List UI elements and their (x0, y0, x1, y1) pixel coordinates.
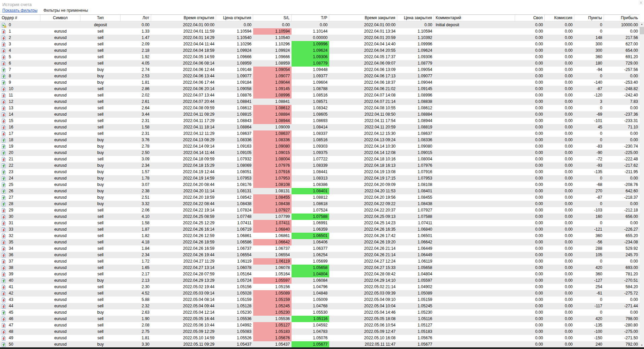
sell-order-icon (1, 131, 6, 137)
cell-points: 254 (574, 284, 604, 290)
table-row[interactable]: 35eurusdsell4.182022.04.26 18:591.065861… (0, 239, 640, 245)
table-row[interactable]: 0deposit0.002022.04.01 00:000.000.000.00… (0, 22, 640, 28)
show-filters-link[interactable]: Показать фильтры (2, 8, 37, 13)
cell-close_time: 2022.05.05 18:08 (329, 316, 397, 322)
cell-sl: 1.06078 (253, 265, 292, 271)
table-row[interactable]: 42eurusdsell4.522022.05.03 09:141.050281… (0, 290, 640, 297)
table-row[interactable]: 20eurusdbuy2.502022.04.14 11:441.091051.… (0, 150, 640, 156)
table-row[interactable]: 18eurusdbuy3.762022.04.13 08:291.083361.… (0, 137, 640, 143)
table-row[interactable]: 32eurusdsell1.822022.04.26 12:591.068611… (0, 233, 640, 239)
table-row[interactable]: 21eurusdsell3.092022.04.18 09:591.079321… (0, 156, 640, 162)
table-row[interactable]: 6eurusdsell4.052022.04.06 08:141.089591.… (0, 60, 640, 67)
table-row[interactable]: 12eurusdsell2.612022.04.07 20:441.088411… (0, 99, 640, 105)
column-header-close_price[interactable]: Цена закрытия (397, 15, 434, 21)
column-header-lot[interactable]: Лот (121, 15, 151, 21)
cell-points: -87 (574, 194, 604, 201)
cell-order: 13 (0, 105, 40, 111)
table-row[interactable]: 38eurusdsell1.652022.04.27 13:141.060781… (0, 265, 640, 271)
close-icon[interactable]: x (639, 0, 643, 5)
cell-sl: 1.05127 (253, 322, 292, 328)
scroll-up-icon[interactable]: ▲ (640, 22, 644, 27)
table-row[interactable]: 28eurusdbuy3.322022.04.22 08:441.084381.… (0, 201, 640, 207)
table-row[interactable]: 30eurusdsell4.102022.04.25 08:591.077481… (0, 214, 640, 220)
cell-open_time: 2022.04.20 08:44 (151, 182, 216, 188)
cell-swap: 0.00 (515, 271, 545, 277)
cell-points: -87 (574, 86, 604, 92)
table-row[interactable]: 43eurusdsell5.882022.05.04 08:141.051591… (0, 297, 640, 303)
table-row[interactable]: 34eurusdsell1.842022.04.26 16:591.067371… (0, 245, 640, 252)
table-row[interactable]: 11eurusdsell2.022022.04.07 13:441.088761… (0, 92, 640, 99)
table-row[interactable]: 33eurusdsell1.872022.04.26 16:141.067191… (0, 226, 640, 233)
table-row[interactable]: 46eurusdsell1.902022.05.05 16:441.055361… (0, 316, 640, 322)
table-row[interactable]: 22eurusdbuy2.342022.04.18 15:291.080691.… (0, 162, 640, 169)
scrollbar-thumb[interactable] (640, 27, 644, 34)
cell-close_time: 2022.04.08 10:55 (329, 105, 397, 111)
cell-close_time: 2022.04.18 16:13 (329, 162, 397, 169)
table-row[interactable]: 29eurusdsell2.062022.04.22 19:141.078241… (0, 207, 640, 214)
table-row[interactable]: 40eurusdbuy2.132022.04.29 13:291.057241.… (0, 277, 640, 284)
cell-open_time: 2022.04.13 08:29 (151, 137, 216, 143)
column-header-type[interactable]: Тип (80, 15, 121, 21)
column-header-symbol[interactable]: Символ (40, 15, 80, 21)
table-row[interactable]: 3eurusdsell2.092022.04.04 11:441.102961.… (0, 41, 640, 47)
table-row[interactable]: 16eurusdsell1.582022.04.11 18:141.088641… (0, 124, 640, 130)
scroll-down-icon[interactable]: ▼ (640, 343, 644, 348)
column-header-open_time[interactable]: Время открытия (151, 15, 216, 21)
table-row[interactable]: 41eurusdsell2.302022.05.02 19:441.051561… (0, 284, 640, 290)
column-header-close_time[interactable]: Время закрытия (329, 15, 397, 21)
page-title: История счета (2, 2, 32, 7)
column-header-comment[interactable]: Комментарий (434, 15, 515, 21)
column-header-commission[interactable]: Комиссия (545, 15, 574, 21)
cell-sl: 1.09054 (253, 67, 292, 73)
table-row[interactable]: 9eurusdbuy1.812022.04.06 17:441.091841.0… (0, 79, 640, 86)
cell-comment: Initial deposit (434, 22, 515, 28)
vertical-scrollbar[interactable]: ▲ ▼ (640, 22, 644, 348)
table-row[interactable]: 47eurusdsell2.082022.05.06 10:441.049921… (0, 322, 640, 328)
column-header-sl[interactable]: S/L (253, 15, 292, 21)
cell-points: 0 (574, 258, 604, 265)
table-row[interactable]: 27eurusdbuy2.512022.04.20 18:591.085421.… (0, 194, 640, 201)
table-row[interactable]: 17eurusdsell2.312022.04.12 11:291.086371… (0, 130, 640, 137)
column-header-profit[interactable]: Прибыль (604, 15, 640, 21)
table-row[interactable]: 23eurusdbuy1.572022.04.19 12:441.080511.… (0, 169, 640, 175)
cell-symbol: eurusd (40, 182, 80, 188)
cell-type: buy (80, 169, 121, 175)
table-row[interactable]: 24eurusdbuy1.782022.04.19 14:591.079531.… (0, 175, 640, 182)
cell-close_price: 1.07916 (397, 169, 434, 175)
table-row[interactable]: 5eurusdsell1.922022.04.05 14:591.096661.… (0, 54, 640, 60)
cell-points: 360 (574, 54, 604, 60)
cell-close_price: 1.09077 (397, 73, 434, 79)
column-header-open_price[interactable]: Цена открытия (216, 15, 253, 21)
table-row[interactable]: 14eurusdsell3.442022.04.11 08:291.088151… (0, 111, 640, 118)
table-row[interactable]: 19eurusdbuy2.782022.04.14 09:141.091631.… (0, 143, 640, 150)
table-row[interactable]: 36eurusdsell2.342022.04.26 19:441.065541… (0, 252, 640, 258)
table-row[interactable]: 31eurusdsell1.582022.04.25 12:291.074111… (0, 220, 640, 226)
cell-points: 288 (574, 245, 604, 252)
table-row[interactable]: 4eurusdsell2.182022.04.04 18:591.099241.… (0, 47, 640, 54)
column-header-order[interactable]: Ордер # (0, 15, 40, 21)
table-row[interactable]: 45eurusdbuy2.632022.05.04 12:141.052301.… (0, 309, 640, 316)
table-row[interactable]: 7eurusdbuy2.742022.04.06 12:441.091481.0… (0, 67, 640, 73)
cell-close_time: 2022.04.26 16:35 (329, 226, 397, 233)
table-row[interactable]: 50eurusdbuy3.302022.05.11 09:291.054371.… (0, 341, 640, 348)
table-row[interactable]: 15eurusdsell2.312022.04.11 17:291.088431… (0, 118, 640, 124)
table-row[interactable]: 25eurusdbuy3.072022.04.20 08:441.081761.… (0, 182, 640, 188)
cell-profit: 0.00 (604, 28, 640, 35)
column-header-points[interactable]: Пункты (574, 15, 604, 21)
column-header-swap[interactable]: Своп (515, 15, 545, 21)
table-row[interactable]: 1eurusdsell1.332022.04.01 11:591.105941.… (0, 28, 640, 35)
table-row[interactable]: 8eurusdbuy2.532022.04.06 13:441.090771.0… (0, 73, 640, 79)
cell-open_time: 2022.04.04 18:59 (151, 47, 216, 54)
table-row[interactable]: 44eurusdsell2.322022.05.04 09:441.051281… (0, 303, 640, 309)
table-row[interactable]: 49eurusdsell1.812022.05.10 14:591.055261… (0, 335, 640, 341)
table-row[interactable]: 39eurusdsell2.172022.04.28 07:591.051641… (0, 271, 640, 277)
table-row[interactable]: 2eurusdsell1.472022.04.01 14:291.105401.… (0, 35, 640, 41)
cell-type: sell (80, 316, 121, 322)
bottom-edge-bar (0, 347, 644, 349)
column-header-tp[interactable]: T/P (292, 15, 329, 21)
table-row[interactable]: 10eurusdsell2.862022.04.06 20:141.090581… (0, 86, 640, 92)
table-row[interactable]: 48eurusdsell2.752022.05.09 12:291.050831… (0, 328, 640, 335)
table-row[interactable]: 37eurusdsell1.722022.04.27 11:291.061191… (0, 258, 640, 265)
table-row[interactable]: 13eurusdsell2.642022.04.08 09:591.086121… (0, 105, 640, 111)
table-row[interactable]: 26eurusdbuy2.382022.04.20 11:141.081311.… (0, 188, 640, 194)
